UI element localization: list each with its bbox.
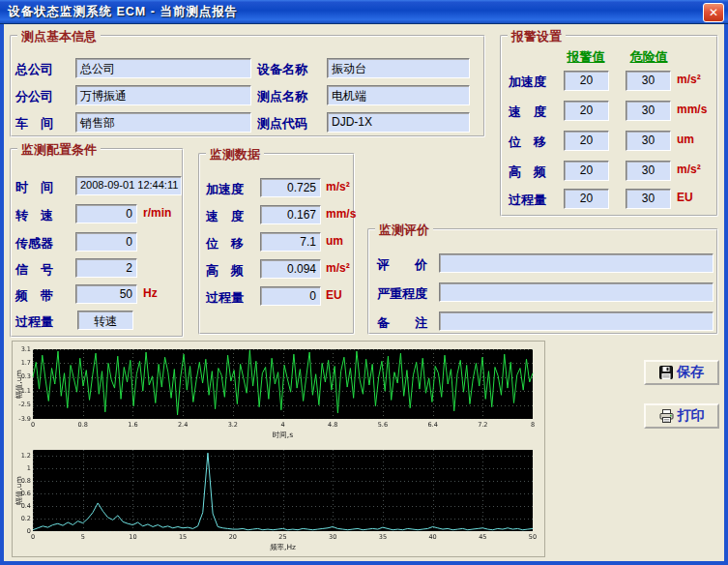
spectrum-chart xyxy=(13,444,546,556)
label-alarm-hf: 高 频 xyxy=(509,164,546,181)
alarm-value-header: 报警值 xyxy=(560,48,612,66)
unit-data-velocity: mm/s xyxy=(326,207,356,221)
chart-panel xyxy=(12,341,545,557)
label-equipment-name: 设备名称 xyxy=(257,61,307,78)
signal-field[interactable]: 2 xyxy=(75,258,137,278)
label-process-type: 过程量 xyxy=(15,313,53,331)
label-point-name: 测点名称 xyxy=(257,88,307,105)
titlebar[interactable]: 设备状态监测系统 ECM - 当前测点报告 ✕ xyxy=(0,0,728,24)
danger-value-header: 危险值 xyxy=(623,48,675,66)
label-data-hf: 高 频 xyxy=(206,262,244,280)
sensor-field[interactable]: 0 xyxy=(75,232,137,252)
print-button-label: 打印 xyxy=(678,407,705,425)
danger-hf-field[interactable]: 30 xyxy=(626,161,671,181)
group-monitor-data: 监测数据 加速度 0.725 m/s² 速 度 0.167 mm/s 位 移 7… xyxy=(198,153,355,335)
equipment-name-field[interactable]: 振动台 xyxy=(327,58,470,78)
data-accel-field[interactable]: 0.725 xyxy=(260,178,321,197)
label-point-code: 测点代码 xyxy=(257,115,307,133)
label-band: 频 带 xyxy=(15,287,53,305)
label-evaluation: 评 价 xyxy=(377,256,427,274)
group-alarm-title: 报警设置 xyxy=(508,28,566,45)
workshop-field[interactable]: 销售部 xyxy=(75,112,251,133)
window-title: 设备状态监测系统 ECM - 当前测点报告 xyxy=(8,4,238,20)
group-basic-info-title: 测点基本信息 xyxy=(17,28,101,45)
group-config-title: 监测配置条件 xyxy=(17,141,101,159)
label-head-company: 总公司 xyxy=(15,61,53,78)
alarm-accel-field[interactable]: 20 xyxy=(564,71,609,91)
data-process-field[interactable]: 0 xyxy=(260,286,321,306)
data-hf-field[interactable]: 0.094 xyxy=(260,259,321,279)
label-time: 时 间 xyxy=(15,179,53,196)
process-type-field[interactable]: 转速 xyxy=(77,311,133,330)
remarks-field[interactable] xyxy=(439,312,713,331)
label-severity: 严重程度 xyxy=(377,285,427,303)
label-alarm-displacement: 位 移 xyxy=(509,134,546,151)
danger-velocity-field[interactable]: 30 xyxy=(626,101,671,121)
group-monitor-config: 监测配置条件 时 间 2008-09-01 12:44:11 转 速 0 r/m… xyxy=(10,148,184,338)
point-name-field[interactable]: 电机端 xyxy=(327,85,470,105)
unit-data-displacement: um xyxy=(326,234,343,248)
label-signal: 信 号 xyxy=(15,261,53,279)
group-evaluation-title: 监测评价 xyxy=(375,222,433,239)
group-evaluation: 监测评价 评 价 严重程度 备 注 xyxy=(367,228,718,335)
unit-alarm-accel: m/s² xyxy=(677,73,701,86)
close-icon[interactable]: ✕ xyxy=(703,3,724,22)
data-displacement-field[interactable]: 7.1 xyxy=(260,232,321,252)
alarm-hf-field[interactable]: 20 xyxy=(564,161,609,181)
unit-band: Hz xyxy=(143,286,158,300)
point-code-field[interactable]: DJD-1X xyxy=(327,112,470,133)
danger-process-field[interactable]: 30 xyxy=(626,189,671,209)
label-workshop: 车 间 xyxy=(15,115,53,133)
head-company-field[interactable]: 总公司 xyxy=(75,58,251,78)
save-button-label: 保存 xyxy=(677,364,704,381)
danger-accel-field[interactable]: 30 xyxy=(626,71,671,91)
data-velocity-field[interactable]: 0.167 xyxy=(260,205,321,224)
band-field[interactable]: 50 xyxy=(75,284,137,304)
window-border-bottom xyxy=(0,561,728,565)
label-alarm-process: 过程量 xyxy=(509,192,546,209)
label-speed: 转 速 xyxy=(15,207,53,224)
time-field[interactable]: 2008-09-01 12:44:11 xyxy=(75,176,182,195)
save-button[interactable]: 保存 xyxy=(644,360,719,385)
severity-field[interactable] xyxy=(439,282,713,302)
unit-data-accel: m/s² xyxy=(326,180,350,193)
danger-displacement-field[interactable]: 30 xyxy=(626,131,671,151)
waveform-chart xyxy=(13,343,546,444)
label-data-displacement: 位 移 xyxy=(206,235,244,253)
alarm-displacement-field[interactable]: 20 xyxy=(564,131,609,151)
speed-field[interactable]: 0 xyxy=(75,204,137,223)
group-basic-info: 测点基本信息 总公司 总公司 分公司 万博振通 车 间 销售部 设备名称 振动台… xyxy=(10,35,485,137)
window-border-right xyxy=(724,24,728,561)
unit-alarm-process: EU xyxy=(677,191,693,204)
label-data-velocity: 速 度 xyxy=(206,208,244,225)
unit-alarm-velocity: mm/s xyxy=(677,103,707,116)
branch-company-field[interactable]: 万博振通 xyxy=(75,85,251,105)
label-alarm-velocity: 速 度 xyxy=(509,104,546,121)
unit-data-process: EU xyxy=(326,288,342,302)
group-alarm-settings: 报警设置 报警值 危险值 加速度 20 30 m/s² 速 度 20 30 mm… xyxy=(500,35,718,217)
evaluation-field[interactable] xyxy=(439,253,713,273)
label-branch-company: 分公司 xyxy=(15,88,53,105)
window-border-left xyxy=(0,24,4,561)
label-data-process: 过程量 xyxy=(206,289,244,307)
label-data-accel: 加速度 xyxy=(206,181,244,198)
printer-icon xyxy=(659,409,674,423)
group-data-title: 监测数据 xyxy=(206,146,264,164)
unit-data-hf: m/s² xyxy=(326,261,350,275)
unit-alarm-hf: m/s² xyxy=(677,163,701,176)
label-alarm-accel: 加速度 xyxy=(509,74,546,91)
unit-alarm-displacement: um xyxy=(677,133,694,146)
app-window: 设备状态监测系统 ECM - 当前测点报告 ✕ 测点基本信息 总公司 总公司 分… xyxy=(0,0,728,565)
alarm-velocity-field[interactable]: 20 xyxy=(564,101,609,121)
label-sensor: 传感器 xyxy=(15,235,53,253)
label-remarks: 备 注 xyxy=(377,314,427,332)
print-button[interactable]: 打印 xyxy=(644,403,719,429)
alarm-process-field[interactable]: 20 xyxy=(564,189,609,209)
floppy-disk-icon xyxy=(659,366,673,379)
unit-speed: r/min xyxy=(143,206,171,220)
